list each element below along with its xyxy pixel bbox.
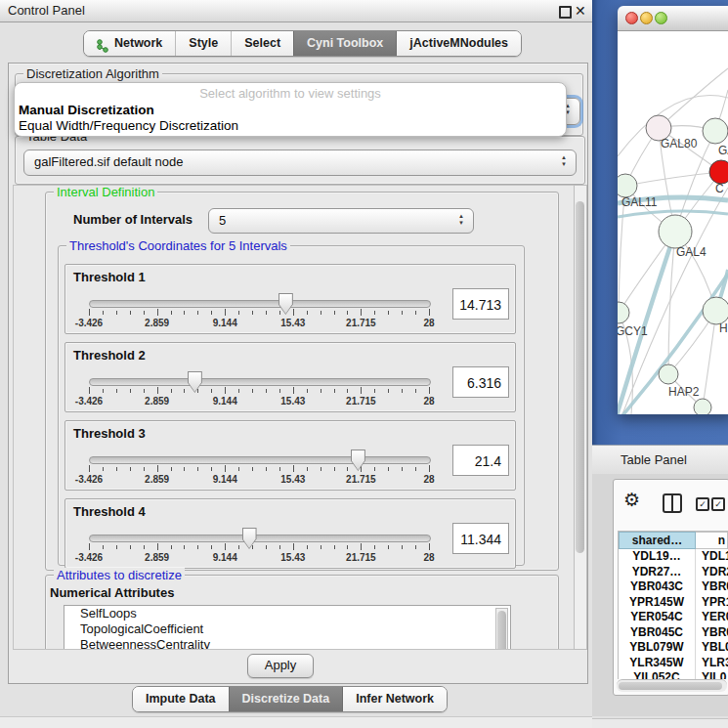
table-row[interactable]: YBL079WYBL0 <box>619 640 728 656</box>
tab-label: Discretize Data <box>242 687 330 711</box>
checkbox-icon[interactable]: ✓ <box>696 497 709 511</box>
slider-tick-label: 21.715 <box>346 318 376 328</box>
threshold-slider[interactable]: -3.4262.8599.14415.4321.71528 <box>89 452 429 490</box>
attribute-item-betweennesscentrality[interactable]: BetweennessCentrality <box>64 637 510 650</box>
slider-track[interactable] <box>89 456 431 464</box>
tab-discretize-data[interactable]: Discretize Data <box>229 687 343 711</box>
slider-tick-label: -3.426 <box>75 318 103 328</box>
slider-tick-label: 21.715 <box>346 396 376 407</box>
slider-tick <box>89 543 90 550</box>
table-row[interactable]: YPR145WYPR1 <box>619 595 728 611</box>
threshold-value-field[interactable]: 14.713 <box>452 288 509 320</box>
network-node-h[interactable] <box>703 297 728 324</box>
threshold-label: Threshold 4 <box>73 504 146 519</box>
network-edge[interactable] <box>703 311 716 407</box>
threshold-slider[interactable]: -3.4262.8599.14415.4321.71528 <box>89 296 429 333</box>
slider-tick <box>144 467 145 471</box>
slider-tick <box>157 387 158 394</box>
tab-network[interactable]: Network <box>84 31 175 56</box>
threshold-value-field[interactable]: 11.344 <box>452 523 509 554</box>
slider-track[interactable] <box>89 378 431 386</box>
slider-tick-label: 21.715 <box>346 552 376 563</box>
column-header-name[interactable]: n <box>696 532 728 549</box>
tab-select[interactable]: Select <box>231 31 293 56</box>
slider-tick <box>429 387 430 394</box>
gear-icon[interactable]: ⚙ <box>623 490 640 511</box>
attribute-item-topologicalcoefficient[interactable]: TopologicalCoefficient <box>64 621 510 637</box>
table-hscrollbar[interactable] <box>617 679 727 692</box>
slider-tick <box>225 309 226 316</box>
settings-scrollbar[interactable] <box>574 185 587 650</box>
slider-tick <box>211 389 212 393</box>
slider-thumb[interactable] <box>242 528 257 549</box>
slider-tick-label: 15.43 <box>280 318 305 328</box>
network-graph[interactable]: GAL80GACGAL11GAL4GCY1HHAP2 <box>618 31 728 414</box>
float-window-icon[interactable] <box>559 6 572 19</box>
table-row[interactable]: YDR27…YDR2 <box>619 565 728 580</box>
slider-tick <box>197 311 198 315</box>
threshold-value-field[interactable]: 6.316 <box>452 366 509 398</box>
tab-infer-network[interactable]: Infer Network <box>342 687 447 711</box>
close-traffic-light-icon[interactable] <box>625 12 638 24</box>
attribute-item-selfloops[interactable]: SelfLoops <box>64 606 510 621</box>
network-node[interactable] <box>694 399 711 414</box>
column-header-shared-name[interactable]: shared… <box>619 532 696 549</box>
split-columns-icon[interactable] <box>663 493 682 513</box>
table-row[interactable]: YDL19…YDL1 <box>619 549 728 565</box>
tab-style[interactable]: Style <box>175 31 231 56</box>
table-row[interactable]: YBR045CYBR0 <box>619 625 728 641</box>
scrollbar-thumb[interactable] <box>497 611 506 650</box>
tab-label: Style <box>189 31 218 56</box>
slider-track[interactable] <box>89 300 431 308</box>
slider-tick-label: 15.43 <box>280 474 305 485</box>
minimize-traffic-light-icon[interactable] <box>640 12 653 24</box>
network-edge[interactable] <box>625 172 721 186</box>
slider-thumb[interactable] <box>278 293 293 315</box>
tab-jactivemnodules[interactable]: jActiveMNodules <box>396 31 521 56</box>
slider-tick <box>238 467 239 471</box>
network-node-gcy1[interactable] <box>618 302 629 323</box>
table-row[interactable]: YBR043CYBR0 <box>619 579 728 595</box>
checkbox-icon[interactable]: ✓ <box>711 497 725 511</box>
slider-tick <box>321 545 321 549</box>
slider-tick <box>388 545 389 549</box>
slider-tick <box>361 387 362 394</box>
number-of-intervals-spinner[interactable]: 5 ▲▼ <box>208 208 474 234</box>
apply-button[interactable]: Apply <box>247 654 314 678</box>
zoom-traffic-light-icon[interactable] <box>655 12 667 24</box>
close-icon[interactable]: ✕ <box>575 2 586 20</box>
network-canvas[interactable]: GAL80GACGAL11GAL4GCY1HHAP2 <box>618 31 728 414</box>
attributes-list-scrollbar[interactable] <box>495 608 508 650</box>
table-row[interactable]: YIL052CYIL0 <box>619 670 728 679</box>
threshold-value-field[interactable]: 21.4 <box>452 445 509 476</box>
slider-track[interactable] <box>89 535 431 542</box>
slider-tick <box>130 389 131 393</box>
table-data-combobox[interactable]: galFiltered.sif default node ▲▼ <box>23 150 577 176</box>
slider-tick-label: 21.715 <box>346 474 376 485</box>
slider-tick <box>334 467 335 471</box>
threshold-slider[interactable]: -3.4262.8599.14415.4321.71528 <box>89 374 429 411</box>
scrollbar-thumb[interactable] <box>619 682 722 690</box>
network-node-ga[interactable] <box>703 118 728 144</box>
scrollbar-thumb[interactable] <box>576 201 584 553</box>
table-row[interactable]: YER054CYER0 <box>619 610 728 625</box>
cell-shared-name: YLR345W <box>619 656 696 671</box>
popup-option-manual-discretization[interactable]: Manual Discretization <box>19 103 154 117</box>
slider-tick <box>347 545 348 549</box>
network-node-gal11[interactable] <box>618 174 637 197</box>
slider-tick-label: 28 <box>423 474 434 485</box>
network-node-c[interactable] <box>709 160 728 184</box>
slider-tick <box>374 467 375 471</box>
slider-thumb[interactable] <box>188 371 202 393</box>
network-node-hap2[interactable] <box>659 364 678 384</box>
popup-option-equal-width-frequency[interactable]: Equal Width/Frequency Discretization <box>19 118 238 133</box>
tab-impute-data[interactable]: Impute Data <box>133 687 229 711</box>
slider-tick <box>293 309 294 316</box>
network-node-gal4[interactable] <box>659 215 692 248</box>
tab-cyni-toolbox[interactable]: Cyni Toolbox <box>293 31 396 56</box>
threshold-slider[interactable]: -3.4262.8599.14415.4321.71528 <box>89 531 429 568</box>
table-row[interactable]: YLR345WYLR3 <box>619 656 728 671</box>
slider-thumb[interactable] <box>351 450 365 471</box>
numerical-attributes-label: Numerical Attributes <box>50 585 174 600</box>
slider-tick <box>89 465 90 472</box>
